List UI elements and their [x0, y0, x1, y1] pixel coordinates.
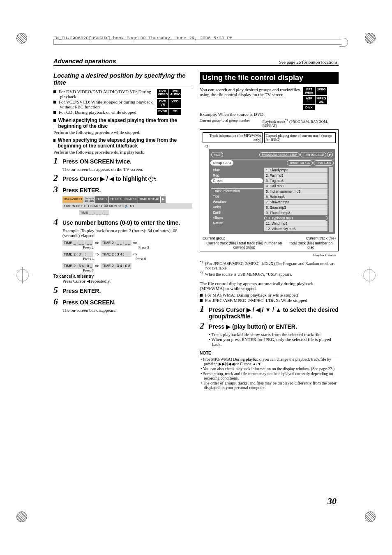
cancel-misentry-heading: To cancel a misentry: [53, 274, 192, 279]
track-item: 2. Fair.mp3: [264, 173, 327, 178]
context-bullet: For CD: During playback or while stopped: [53, 110, 155, 115]
step-number: 2: [200, 320, 209, 331]
step-1-text: Press ON SCREEN twice.: [62, 158, 131, 165]
step-number: 1: [200, 304, 209, 314]
track-item: 11. Wind.mp3: [264, 221, 327, 226]
elapsed-disc-heading: When specifying the elapsed playing time…: [53, 117, 192, 129]
track-item: 12. Winter sky.mp3: [264, 226, 327, 231]
context-bullet: For DVD VIDEO/DVD AUDIO/DVD VR: During p…: [53, 89, 155, 99]
file-control-heading: Using the file control display: [200, 72, 339, 84]
group-item: Red: [211, 173, 263, 178]
badge-divx: DivX: [303, 105, 315, 110]
badge-asf: ASF: [303, 96, 315, 104]
elapsed-title-instruction: Perform the following procedure during p…: [53, 150, 192, 154]
step-number: 6: [53, 296, 62, 307]
step-1-sub: The on-screen bar appears on the TV scre…: [62, 167, 192, 172]
footnote-2: *2 When the source is USB MEMORY, "USB" …: [200, 271, 339, 276]
caption-playback-mode: Playback mode*1 (PROGRAM, RANDOM, REPEAT…: [263, 118, 339, 128]
caption-track-info: Track information (for MP3/WMA only): [203, 132, 263, 143]
track-item-selected: 10. Typhoon.mp3: [264, 216, 327, 221]
track-item: 4. Hail.mp3: [264, 184, 327, 189]
info-value: Nature: [211, 221, 263, 226]
elapsed-title-heading: When specifying the elapsed playing time…: [53, 137, 192, 149]
caption-elapsed-time: Elapsed playing time of current track (e…: [264, 132, 336, 143]
label-total-tracks: Total track (file) number on disc: [286, 241, 336, 249]
track-item: 5. Indian summer.mp3: [264, 189, 327, 194]
track-item: 9. Thunder.mp3: [264, 210, 327, 215]
note-item: • The order of groups, tracks, and files…: [200, 381, 339, 390]
file-control-display: Track information (for MP3/WMA only) Ela…: [200, 129, 339, 251]
group-item: Blue: [211, 168, 263, 173]
registration-dot-icon: [365, 511, 376, 522]
group-item-selected: Green: [211, 178, 263, 183]
step-number: 3: [53, 184, 62, 195]
page-number: 30: [327, 496, 337, 507]
badge-svcd: SVCD: [157, 109, 168, 115]
badge-dvd-audio: DVD AUDIO: [169, 89, 181, 98]
cancel-misentry-text: Press Cursor ◀ repeatedly.: [62, 279, 192, 284]
note-item: • You can also check playback informatio…: [200, 366, 339, 371]
note-item: • Some group, track and file names may n…: [200, 371, 339, 380]
right-column: Using the file control display You can s…: [200, 69, 339, 390]
step-6-text: Press ON SCREEN.: [62, 299, 115, 306]
step-6-sub: The on-screen bar disappears.: [62, 308, 192, 313]
file-control-intro: You can search and play desired groups a…: [200, 87, 301, 110]
registration-dot-icon: [16, 511, 27, 522]
step-5-text: Press ENTER.: [62, 288, 101, 294]
file-header: EN_TH-C906020[USUGUX].book Page 30 Thurs…: [53, 36, 341, 45]
badge-jpeg: JPEG: [316, 87, 327, 95]
time-goto-icon: [148, 177, 153, 182]
mode-indicator: PROGRAM REPEAT STEP: [259, 152, 300, 157]
page-reference: See page 26 for button locations.: [279, 60, 339, 64]
label-playback-status: Playback status: [200, 253, 336, 257]
badge-dvd-video: DVD VIDEO: [157, 89, 168, 98]
info-value: Weather: [211, 199, 263, 204]
scrollbar: [329, 167, 333, 232]
info-label: Artist: [211, 205, 263, 210]
right-step-2-sub1: • Track playback/slide-show starts from …: [209, 332, 339, 337]
context-bullet: For VCD/SVCD: While stopped or during pl…: [53, 99, 155, 109]
page-header: Advanced operations See page 26 for butt…: [53, 58, 339, 66]
elapsed-disc-instruction: Perform the following procedure while st…: [53, 130, 192, 135]
label-current-track: Current track (file): [306, 236, 336, 240]
section-category: Advanced operations: [53, 58, 116, 64]
badge-mp3-wma: MP3 WMA: [303, 87, 315, 95]
media-badges: MP3 WMA JPEG ASF MPEG 2/1 DivX: [303, 87, 339, 110]
badge-cd: CD: [169, 109, 181, 115]
registration-dot-icon: [365, 33, 376, 44]
footnote-1: *1 (For JPEG/ASF/MPEG-2/MPEG-1/DivX) The…: [200, 260, 339, 270]
right-step-2-sub2: • When you press ENTER for JPEG, only th…: [209, 337, 339, 347]
right-step-2: Press ▶ (play button) or ENTER.: [209, 323, 297, 330]
context-bullet: For MP3/WMA: During playback or while st…: [200, 292, 339, 297]
onscreen-bar-example: DVD-VIDEO Dolby D 2/0 .0ch DISC 1 TITLE …: [62, 196, 192, 216]
time-indicator: Time 00:02:15: [300, 152, 326, 157]
time-entry-flow: TIME _ : _ _ : _ _⇨ TIME 2 : _ _ : _ _⇨ …: [62, 240, 192, 272]
total-indicator: Total 1000: [314, 160, 334, 166]
step-4-text: Use number buttons (0-9) to enter the ti…: [62, 219, 180, 226]
note-heading: NOTE: [200, 351, 339, 356]
context-bullet: For JPEG/ASF/MPEG-2/MPEG-1/DivX: While s…: [200, 298, 339, 303]
example-note: Example: When the source is DVD.: [200, 112, 339, 117]
registration-mark-icon: [16, 269, 29, 281]
registration-mark-icon: [363, 269, 376, 281]
file-tag: FILE: [211, 152, 223, 157]
step-number: 4: [53, 216, 62, 227]
group-indicator: Group : 3 / 3: [210, 160, 233, 166]
step-2-text: Press Cursor ▶ / ◀ to highlight .: [62, 175, 157, 182]
track-indicator: Track : 10 / 30: [287, 160, 313, 166]
label-current-group: Current group: [203, 236, 226, 240]
track-info-header: Track Information: [211, 188, 263, 193]
note-item: • (For MP3/WMA) During playback, you can…: [200, 357, 339, 366]
step-4-example: Example: To play back from a point 2 (ho…: [62, 228, 192, 238]
badge-mpeg: MPEG 2/1: [316, 96, 327, 104]
track-item: 7. Shower.mp3: [264, 200, 327, 205]
track-item: 3. Fog.mp3: [264, 178, 327, 183]
locating-position-heading: Locating a desired position by specifyin…: [53, 72, 192, 87]
badge-dvd-vr: DVD VR: [157, 99, 168, 108]
step-number: 2: [53, 173, 62, 183]
badge-vcd: VCD: [169, 99, 181, 108]
info-value: Earth: [211, 210, 263, 215]
media-badges: DVD VIDEO DVD AUDIO DVD VR VCD SVCD CD: [157, 89, 192, 115]
step-number: 1: [53, 155, 62, 166]
registration-dot-icon: [16, 33, 27, 44]
